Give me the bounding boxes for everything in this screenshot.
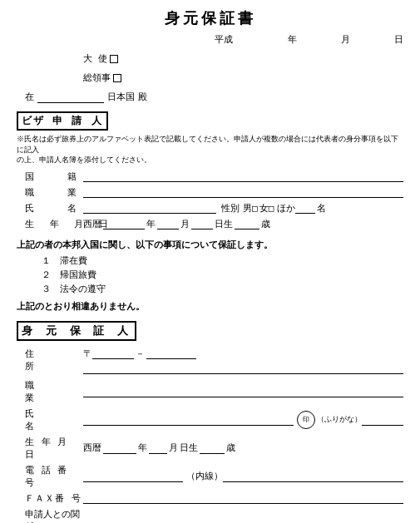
guarantor-relation-input[interactable]: [83, 515, 403, 523]
guarantor-relation-label: 申請人との関係: [25, 508, 83, 523]
ambassador-label: 大 使: [83, 52, 107, 65]
year-label: 年: [288, 34, 297, 45]
occupation-input[interactable]: [83, 186, 403, 198]
other-label: ほか: [277, 202, 295, 215]
guarantor-dob-month-input[interactable]: [149, 442, 167, 454]
zip-symbol: 〒: [83, 348, 92, 360]
guarantor-dob-age-input[interactable]: [200, 442, 225, 454]
consul-row: 総領事: [83, 72, 124, 84]
day-label: 日: [394, 34, 403, 45]
guarantor-phone-label: 電 話 番 号: [25, 464, 83, 489]
seal-label: 印: [303, 415, 309, 424]
guarantor-age-label: 歳: [226, 442, 235, 454]
zip-input-1[interactable]: [92, 348, 134, 359]
furigana-label: （ふりがな）: [317, 414, 362, 425]
sex-label: 性別: [221, 202, 240, 215]
address-input-guarantor[interactable]: [83, 363, 403, 374]
suffix-label: 殿: [138, 91, 147, 103]
ambassador-checkbox[interactable]: [110, 55, 118, 63]
date-line: 平成 年 月 日: [17, 33, 403, 46]
name-label: 氏 名: [25, 202, 83, 215]
guarantor-western-label: 西暦: [83, 442, 101, 454]
consul-label: 総領事: [83, 72, 111, 84]
guarantor-fax-label: ＦＡＸ番 号: [25, 492, 83, 505]
guarantor-dob-day-label: 日生: [180, 442, 198, 454]
guarantee-item-1: １ 滞在費: [42, 254, 403, 267]
visa-note: ※氏名は必ず旅券上のアルファベット表記で記載してください。申請人が複数の場合には…: [17, 134, 403, 165]
dob-age-label: 歳: [261, 218, 270, 230]
dob-day-label: 日生: [215, 218, 233, 230]
in-label: 在: [25, 91, 34, 103]
consul-checkbox[interactable]: [113, 74, 121, 82]
extension-label: （内線）: [186, 470, 223, 482]
dob-day-input[interactable]: [191, 218, 213, 229]
guarantor-fax-input[interactable]: [83, 492, 403, 504]
nationality-label: 国 籍: [25, 170, 83, 183]
nationality-input[interactable]: [83, 170, 403, 182]
people-label: 名: [317, 202, 326, 215]
address-label-guarantor: 住 所: [25, 348, 83, 373]
zip-dash: －: [136, 348, 145, 360]
guarantee-item-2: ２ 帰国旅費: [42, 269, 403, 281]
seal-circle: 印: [297, 411, 315, 429]
dob-year-label: 年: [146, 218, 156, 230]
guarantor-name-label: 氏 名: [25, 407, 83, 432]
guarantor-phone-input[interactable]: [83, 471, 183, 482]
dob-age-input[interactable]: [235, 218, 259, 229]
guarantee-item-3: ３ 法令の遵守: [42, 283, 403, 295]
guarantee-list: １ 滞在費 ２ 帰国旅費 ３ 法令の遵守: [42, 254, 403, 295]
dob-year-input[interactable]: [103, 218, 145, 229]
zip-input-2[interactable]: [146, 348, 196, 359]
dob-month-input[interactable]: [157, 218, 179, 229]
male-label: 男□: [243, 202, 258, 215]
guarantor-dob-month-label: 月: [169, 442, 178, 454]
western-label: 西暦: [83, 218, 101, 230]
guarantor-dob-label: 生 年 月 日: [25, 436, 83, 461]
guarantor-occupation-label: 職 業: [25, 379, 83, 404]
dob-label: 生 年 月 日: [25, 218, 83, 230]
dob-month-label: 月: [180, 218, 190, 230]
guarantor-name-input[interactable]: [83, 414, 294, 426]
female-label: 女□: [259, 202, 274, 215]
guarantee-main-text: 上記の者の本邦入国に関し、以下の事項について保証します。: [17, 239, 403, 251]
occupation-label: 職 業: [25, 186, 83, 199]
heisei-label: 平成: [215, 34, 233, 45]
address-input[interactable]: [37, 91, 104, 103]
name-input[interactable]: [83, 202, 216, 214]
guarantor-section-header: 身 元 保 証 人: [17, 321, 136, 341]
guarantor-occupation-input[interactable]: [83, 386, 403, 397]
visa-section-header: ビザ 申 請 人: [17, 111, 108, 131]
country-label: 日本国: [107, 91, 135, 103]
confirm-text: 上記のとおり相違ありません。: [17, 300, 403, 313]
guarantor-dob-year-input[interactable]: [103, 442, 136, 454]
page-title: 身元保証書: [17, 8, 403, 28]
month-label: 月: [341, 34, 350, 45]
guarantor-dob-year-label: 年: [138, 442, 147, 454]
guarantor-furigana-input[interactable]: [362, 414, 403, 426]
people-count-input[interactable]: [295, 202, 315, 214]
ambassador-row: 大 使: [83, 52, 121, 65]
guarantor-extension-input[interactable]: [223, 471, 403, 482]
